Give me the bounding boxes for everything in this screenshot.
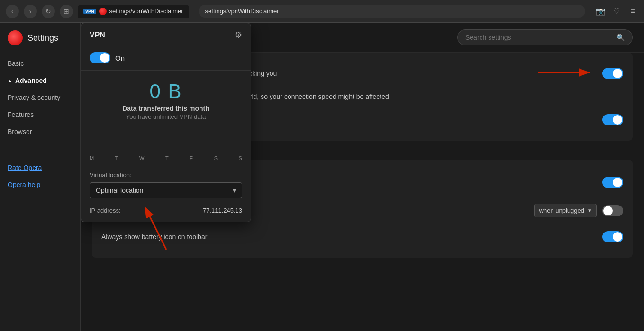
sidebar-item-features[interactable]: Features <box>0 106 80 123</box>
bypass-vpn-toggle[interactable] <box>602 114 623 125</box>
sidebar-logo: Settings <box>0 30 80 55</box>
vpn-gear-icon[interactable]: ⚙ <box>235 30 242 40</box>
vpn-toggle-row: On <box>81 45 251 71</box>
address-bar[interactable]: settings/vpnWithDisclaimer <box>199 5 585 18</box>
toolbar-icon-label: Always show battery icon on toolbar <box>101 233 602 241</box>
sidebar: Settings Basic ▲ Advanced Privacy & secu… <box>0 23 81 331</box>
sidebar-section-label: Advanced <box>15 77 47 84</box>
save-auto-toggle[interactable] <box>602 205 623 216</box>
dropdown-arrow-icon: ▾ <box>588 207 591 214</box>
content-area: 🔍 Learn more h VPN to prevent third part… <box>81 23 644 331</box>
chrome-icons: 📷 ♡ ≡ <box>595 6 638 17</box>
vpn-data-label: Data transferred this month <box>90 105 242 112</box>
chevron-icon: ▲ <box>8 78 12 83</box>
opera-logo-icon <box>8 30 23 45</box>
vl-select[interactable]: Optimal location ▾ <box>90 182 242 198</box>
sidebar-item-privacy[interactable]: Privacy & security <box>0 89 80 106</box>
day-s2: S <box>239 155 242 161</box>
toolbar-toggle-thumb <box>613 232 622 242</box>
when-unplugged-dropdown[interactable]: when unplugged ▾ <box>534 204 597 217</box>
day-t1: T <box>115 155 118 161</box>
vpn-popup-toggle[interactable] <box>90 52 110 63</box>
opera-icon <box>99 8 107 15</box>
vpn-stats: 0 B Data transferred this month You have… <box>81 71 251 125</box>
vpn-toggle[interactable] <box>602 68 623 79</box>
vpn-ip-value: 77.111.245.13 <box>203 207 242 214</box>
battery-toggle-thumb <box>613 178 622 187</box>
day-t2: T <box>165 155 169 161</box>
vpn-toggle-thumb <box>613 69 622 78</box>
vpn-data-amount: 0 B <box>90 80 242 103</box>
sidebar-item-advanced[interactable]: ▲ Advanced <box>0 72 80 89</box>
tab-bar: VPN settings/vpnWithDisclaimer <box>78 5 189 18</box>
tab-title: settings/vpnWithDisclaimer <box>109 8 183 15</box>
vpn-popup-header: VPN ⚙ <box>81 23 251 45</box>
main-layout: Settings Basic ▲ Advanced Privacy & secu… <box>0 23 644 331</box>
vl-label: Virtual location: <box>90 171 242 179</box>
vpn-ip-row: IP address: 77.111.245.13 <box>81 202 251 222</box>
vpn-chart-area <box>81 125 251 153</box>
sidebar-link-rate[interactable]: Rate Opera <box>0 159 80 176</box>
sidebar-title: Settings <box>27 33 58 43</box>
vpn-chart <box>90 127 242 151</box>
chart-line <box>90 145 242 145</box>
day-f: F <box>190 155 193 161</box>
vl-select-value: Optimal location <box>96 187 143 194</box>
forward-button[interactable]: › <box>24 5 37 18</box>
browser-chrome: ‹ › ↻ ⊞ VPN settings/vpnWithDisclaimer s… <box>0 0 644 23</box>
vpn-popup-toggle-thumb <box>100 53 109 63</box>
vpn-badge: VPN <box>83 9 96 14</box>
battery-saver-toggle[interactable] <box>602 177 623 188</box>
search-icon: 🔍 <box>617 34 625 41</box>
grid-button[interactable]: ⊞ <box>60 5 73 18</box>
vpn-popup: VPN ⚙ On 0 B Data transferred this month… <box>81 23 251 222</box>
active-tab[interactable]: VPN settings/vpnWithDisclaimer <box>78 5 189 18</box>
day-s1: S <box>214 155 218 161</box>
sidebar-link-help[interactable]: Opera help <box>0 176 80 193</box>
back-button[interactable]: ‹ <box>6 5 19 18</box>
day-m: M <box>90 155 94 161</box>
toolbar-icon-row: Always show battery icon on toolbar <box>101 224 623 249</box>
search-input[interactable] <box>465 34 613 41</box>
toolbar-icon-toggle[interactable] <box>602 231 623 242</box>
vpn-unlimited-label: You have unlimited VPN data <box>90 113 242 120</box>
bypass-toggle-thumb <box>613 115 622 125</box>
when-unplugged-label: when unplugged <box>539 207 584 214</box>
day-w: W <box>139 155 144 161</box>
sidebar-item-browser[interactable]: Browser <box>0 123 80 140</box>
save-auto-toggle-thumb <box>603 206 613 215</box>
menu-icon[interactable]: ≡ <box>627 6 638 17</box>
vpn-popup-title: VPN <box>90 31 105 39</box>
vl-dropdown-icon: ▾ <box>233 187 236 194</box>
vpn-ip-label: IP address: <box>90 207 121 214</box>
reload-button[interactable]: ↻ <box>42 5 55 18</box>
sidebar-item-basic[interactable]: Basic <box>0 55 80 72</box>
vpn-days: M T W T F S S <box>81 153 251 166</box>
vpn-virtual-location: Virtual location: Optimal location ▾ <box>81 166 251 202</box>
heart-icon[interactable]: ♡ <box>611 6 622 17</box>
camera-icon[interactable]: 📷 <box>595 6 606 17</box>
search-bar[interactable]: 🔍 <box>457 29 633 45</box>
vpn-on-label: On <box>115 54 125 62</box>
